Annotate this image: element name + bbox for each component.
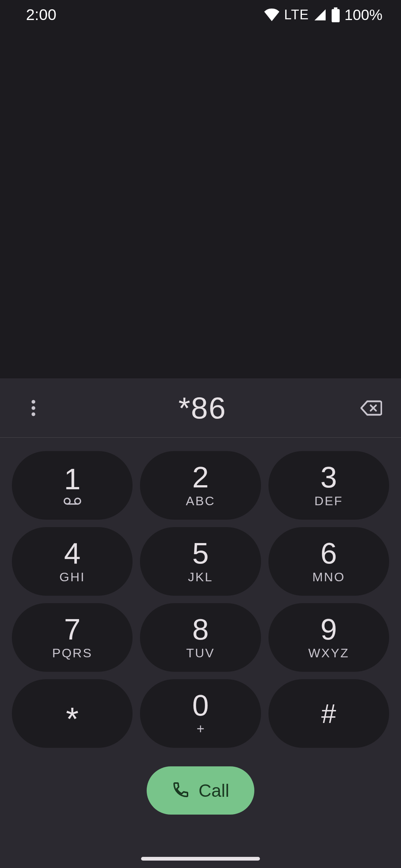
wifi-icon	[264, 9, 280, 21]
number-display-row: *86	[0, 378, 401, 438]
key-digit: 9	[320, 615, 337, 644]
key-digit: 6	[320, 539, 337, 568]
key-pound[interactable]: #	[268, 679, 389, 748]
key-digit: 0	[192, 691, 209, 720]
call-label: Call	[199, 780, 229, 801]
key-digit: 3	[320, 463, 337, 492]
svg-rect-1	[332, 9, 340, 22]
dialer-panel: *86 1 2 ABC 3 DEF 4 GHI 5 JKL	[0, 378, 401, 868]
key-digit: 2	[192, 463, 209, 492]
key-letters: PQRS	[52, 646, 92, 660]
status-right: LTE 100%	[264, 7, 382, 23]
svg-point-3	[32, 406, 35, 410]
status-time: 2:00	[26, 6, 56, 24]
key-1[interactable]: 1	[12, 451, 133, 520]
key-letters: JKL	[188, 570, 213, 584]
key-0[interactable]: 0 +	[140, 679, 261, 748]
svg-point-2	[32, 400, 35, 404]
svg-point-6	[75, 498, 81, 504]
key-2[interactable]: 2 ABC	[140, 451, 261, 520]
voicemail-icon	[63, 497, 81, 507]
battery-icon	[331, 7, 340, 22]
key-4[interactable]: 4 GHI	[12, 527, 133, 596]
key-digit: 7	[64, 615, 81, 644]
key-8[interactable]: 8 TUV	[140, 603, 261, 672]
key-7[interactable]: 7 PQRS	[12, 603, 133, 672]
key-digit: *	[66, 692, 79, 735]
key-digit: 4	[64, 539, 81, 568]
upper-empty-area	[0, 30, 401, 378]
more-vert-icon	[32, 400, 35, 416]
svg-point-4	[32, 412, 35, 416]
key-letters: GHI	[59, 570, 85, 584]
svg-rect-0	[334, 7, 337, 9]
backspace-icon	[361, 400, 382, 416]
key-5[interactable]: 5 JKL	[140, 527, 261, 596]
network-type-label: LTE	[284, 7, 309, 23]
phone-icon	[172, 781, 190, 800]
keypad: 1 2 ABC 3 DEF 4 GHI 5 JKL 6 MNO 7 PQRS	[0, 438, 401, 748]
call-button[interactable]: Call	[147, 766, 254, 815]
key-letters: ABC	[186, 494, 215, 508]
key-letters: MNO	[312, 570, 345, 584]
key-digit: 1	[64, 464, 81, 494]
key-letters: WXYZ	[308, 646, 349, 660]
navigation-handle[interactable]	[141, 857, 260, 861]
key-letters: TUV	[186, 646, 215, 660]
key-digit: 8	[192, 615, 209, 644]
call-button-row: Call	[0, 766, 401, 815]
more-options-button[interactable]	[22, 397, 45, 419]
backspace-button[interactable]	[360, 397, 382, 419]
status-bar: 2:00 LTE 100%	[0, 0, 401, 30]
dialed-number-display[interactable]: *86	[45, 391, 360, 425]
key-letters: DEF	[314, 494, 343, 508]
key-6[interactable]: 6 MNO	[268, 527, 389, 596]
battery-percent: 100%	[345, 7, 382, 23]
key-digit: 5	[192, 539, 209, 568]
key-star[interactable]: *	[12, 679, 133, 748]
svg-point-5	[64, 498, 70, 504]
key-3[interactable]: 3 DEF	[268, 451, 389, 520]
key-digit: #	[321, 698, 336, 729]
key-letters: +	[196, 721, 204, 737]
key-9[interactable]: 9 WXYZ	[268, 603, 389, 672]
cellular-signal-icon	[313, 8, 327, 22]
